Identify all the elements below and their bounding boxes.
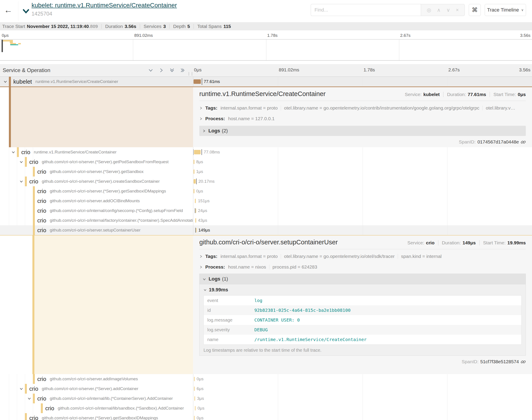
span-duration-bar[interactable] [194, 169, 194, 174]
span-name-cell[interactable]: kubelet runtime.v1.RuntimeService/Create… [0, 77, 193, 87]
span-operation: runtime.v1.RuntimeService/CreateContaine… [34, 150, 117, 155]
span-row[interactable]: crio github.com/cri-o/cri-o/server.(*Ser… [0, 157, 532, 167]
span-duration-bar[interactable] [195, 218, 196, 223]
log-entry-toggle[interactable]: 19.99ms [203, 287, 522, 293]
expand-one-icon[interactable] [158, 67, 164, 73]
tags-toggle[interactable]: Tags: internal.span.format = proto otel.… [199, 253, 526, 260]
minimap-drag-handle[interactable] [1, 40, 3, 52]
span-name-cell[interactable]: crio runtime.v1.RuntimeService/CreateCon… [0, 147, 193, 157]
keyboard-shortcuts-button[interactable]: ⌘ [469, 4, 481, 16]
span-name-cell[interactable]: crio github.com/cri-o/cri-o/server.(*Ser… [0, 186, 193, 196]
span-name-cell[interactable]: crio github.com/cri-o/cri-o/internal/lib… [0, 403, 193, 413]
span-name-cell[interactable]: crio github.com/cri-o/cri-o/internal/lib… [0, 394, 193, 403]
collapse-all-icon[interactable] [169, 67, 175, 73]
span-duration-bar[interactable] [196, 209, 196, 213]
span-color-bar [33, 167, 35, 177]
chevron-right-icon [203, 129, 206, 133]
span-duration-bar[interactable] [194, 179, 196, 184]
find-input[interactable] [311, 4, 421, 16]
tags-toggle[interactable]: Tags: internal.span.format = proto otel.… [199, 105, 526, 112]
span-name-cell[interactable]: crio github.com/cri-o/cri-o/server.addOC… [0, 196, 193, 206]
span-row[interactable]: crio github.com/cri-o/cri-o/server.(*Ser… [0, 177, 532, 186]
span-row[interactable]: crio github.com/cri-o/cri-o/internal/con… [0, 206, 532, 216]
trace-title-chevron-down-icon[interactable] [22, 8, 30, 14]
log-field-row[interactable]: id 92b82381-025c-4a64-815c-ba2e1bb08100 [204, 305, 521, 315]
chevron-down-icon [203, 277, 206, 281]
meta-label: Duration: [447, 92, 466, 97]
span-duration-bar[interactable] [194, 79, 201, 84]
find-controls: ◎ ∧ ∨ × [421, 4, 465, 16]
summary-label: Services [144, 24, 162, 29]
process-label: Process: [205, 116, 225, 121]
locate-icon[interactable]: ◎ [427, 7, 431, 13]
process-toggle[interactable]: Process: host.name = nixos process.pid =… [199, 263, 526, 270]
span-duration-bar[interactable] [194, 416, 195, 420]
log-field-row[interactable]: name /runtime.v1.RuntimeService/CreateCo… [204, 335, 521, 344]
link-icon[interactable] [521, 139, 526, 145]
expand-all-icon[interactable] [180, 67, 186, 73]
find-clear-icon[interactable]: × [456, 7, 459, 13]
process-toggle[interactable]: Process: host.name = 127.0.0.1 [199, 115, 526, 122]
span-row[interactable]: crio github.com/cri-o/cri-o/server.(*Ser… [0, 186, 532, 196]
span-duration-bar[interactable] [194, 377, 195, 381]
span-duration-bar[interactable] [194, 150, 201, 154]
span-row[interactable]: crio runtime.v1.RuntimeService/CreateCon… [0, 147, 532, 157]
trace-title[interactable]: kubelet: runtime.v1.RuntimeService/Creat… [31, 2, 177, 9]
chevron-down-icon[interactable] [19, 386, 24, 391]
chevron-down-icon[interactable] [27, 396, 32, 401]
logs-toggle[interactable]: Logs (2) [199, 126, 526, 136]
span-row[interactable]: kubelet runtime.v1.RuntimeService/Create… [0, 77, 532, 87]
span-name-cell[interactable]: crio github.com/cri-o/cri-o/internal/con… [0, 206, 193, 216]
find-prev-icon[interactable]: ∧ [437, 7, 441, 13]
span-color-bar [33, 206, 35, 216]
chevron-down-icon[interactable] [11, 150, 16, 155]
span-duration-bar[interactable] [194, 387, 195, 391]
back-icon[interactable]: ← [4, 5, 13, 15]
logs-toggle[interactable]: Logs (1) [200, 274, 526, 284]
span-row[interactable]: crio github.com/cri-o/cri-o/internal/fac… [0, 216, 532, 225]
span-duration-bar[interactable] [194, 189, 194, 193]
find-next-icon[interactable]: ∨ [446, 7, 450, 13]
link-icon[interactable] [521, 359, 526, 364]
chevron-down-icon[interactable] [19, 159, 24, 164]
span-row[interactable]: crio github.com/cri-o/cri-o/internal/lib… [0, 403, 532, 413]
span-name-cell[interactable]: crio github.com/cri-o/cri-o/server.(*Ser… [0, 413, 193, 420]
span-duration-label: 0μs [197, 376, 203, 381]
span-row[interactable]: crio github.com/cri-o/cri-o/server.setup… [0, 225, 532, 235]
span-duration-label: 0μs [198, 406, 204, 411]
span-duration-bar[interactable] [194, 396, 195, 401]
log-field-row[interactable]: event log [204, 296, 521, 305]
span-color-bar [33, 374, 35, 384]
span-name-cell[interactable]: crio github.com/cri-o/cri-o/server.(*Ser… [0, 167, 193, 177]
trace-view-select[interactable]: Trace Timeline ∨ [485, 4, 526, 16]
span-row[interactable]: crio github.com/cri-o/cri-o/server.addOC… [0, 196, 532, 206]
span-row[interactable]: crio github.com/cri-o/cri-o/server.(*Ser… [0, 413, 532, 420]
span-row[interactable]: crio github.com/cri-o/cri-o/server.(*Ser… [0, 167, 532, 177]
span-name-cell[interactable]: crio github.com/cri-o/cri-o/internal/fac… [0, 216, 193, 225]
span-name-cell[interactable]: crio github.com/cri-o/cri-o/server.addIm… [0, 374, 193, 384]
summary-value: 115 [223, 24, 231, 29]
span-name-cell[interactable]: crio github.com/cri-o/cri-o/server.(*Ser… [0, 384, 193, 394]
chevron-down-icon[interactable] [3, 79, 8, 84]
collapse-one-icon[interactable] [148, 67, 154, 73]
span-name-cell[interactable]: crio github.com/cri-o/cri-o/server.(*Ser… [0, 157, 193, 167]
column-resizer-grip[interactable] [189, 72, 192, 76]
log-field-row[interactable]: log.message CONTAINER USER: 0 [204, 315, 521, 325]
minimap-canvas[interactable] [0, 39, 532, 60]
span-marker [202, 149, 202, 155]
span-name-cell[interactable]: crio github.com/cri-o/cri-o/server.(*Ser… [0, 177, 193, 186]
span-duration-bar[interactable] [196, 228, 197, 232]
span-duration-bar[interactable] [195, 199, 196, 203]
chevron-down-icon[interactable] [19, 179, 24, 184]
span-duration-bar[interactable] [195, 406, 196, 410]
span-row[interactable]: crio github.com/cri-o/cri-o/server.(*Ser… [0, 384, 532, 394]
log-field-key: event [204, 298, 254, 303]
span-name-cell[interactable]: crio github.com/cri-o/cri-o/server.setup… [0, 225, 193, 235]
span-operation: github.com/cri-o/cri-o/server.(*Server).… [50, 189, 166, 194]
span-operation: github.com/cri-o/cri-o/server.(*Server).… [42, 416, 158, 420]
span-row[interactable]: crio github.com/cri-o/cri-o/internal/lib… [0, 394, 532, 403]
span-duration-bar[interactable] [194, 160, 194, 164]
log-field-row[interactable]: log.severity DEBUG [204, 325, 521, 335]
page-header: ← kubelet: runtime.v1.RuntimeService/Cre… [0, 0, 532, 22]
span-row[interactable]: crio github.com/cri-o/cri-o/server.addIm… [0, 374, 532, 384]
